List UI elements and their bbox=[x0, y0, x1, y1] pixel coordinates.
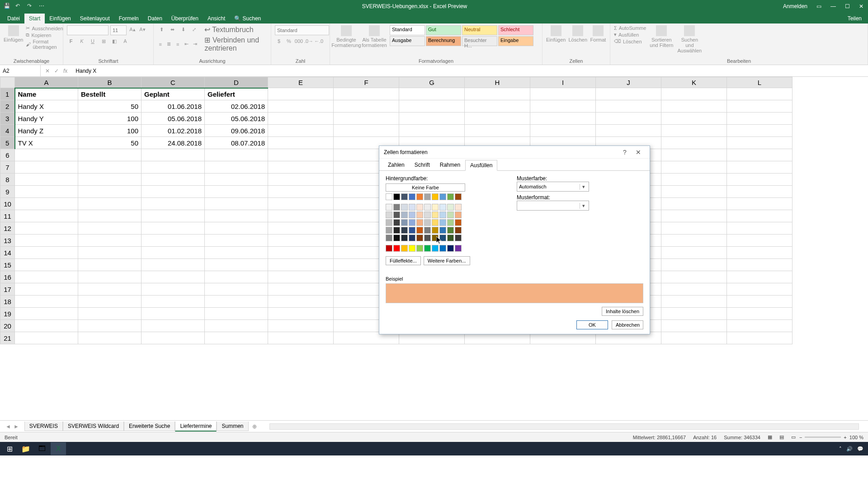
color-swatch[interactable] bbox=[424, 235, 431, 241]
color-swatch[interactable] bbox=[424, 193, 431, 200]
dialog-tab-zahlen[interactable]: Zahlen bbox=[383, 160, 410, 170]
color-swatch[interactable] bbox=[432, 204, 439, 211]
color-swatch[interactable] bbox=[447, 245, 454, 252]
color-swatch[interactable] bbox=[386, 211, 392, 218]
color-swatch[interactable] bbox=[439, 235, 446, 241]
fill-effects-button[interactable]: Fülleffekte... bbox=[386, 256, 421, 265]
color-swatch[interactable] bbox=[416, 211, 423, 218]
ok-button[interactable]: OK bbox=[576, 320, 608, 329]
dialog-title: Zellen formatieren bbox=[384, 149, 618, 155]
color-swatch[interactable] bbox=[432, 211, 439, 218]
color-swatch[interactable] bbox=[447, 227, 454, 234]
color-swatch[interactable] bbox=[386, 193, 392, 200]
modal-overlay: Zellen formatieren ? ✕ Zahlen Schrift Ra… bbox=[0, 0, 868, 488]
color-swatch[interactable] bbox=[416, 245, 423, 252]
color-swatch[interactable] bbox=[432, 227, 439, 234]
color-swatch[interactable] bbox=[416, 219, 423, 226]
color-swatch[interactable] bbox=[447, 204, 454, 211]
color-swatch[interactable] bbox=[416, 227, 423, 234]
color-swatch[interactable] bbox=[416, 204, 423, 211]
dialog-close-button[interactable]: ✕ bbox=[632, 149, 645, 156]
color-swatch[interactable] bbox=[432, 193, 439, 200]
pattern-style-label: Musterformat: bbox=[517, 194, 607, 201]
color-swatch[interactable] bbox=[386, 235, 392, 241]
color-swatch[interactable] bbox=[401, 211, 408, 218]
no-color-button[interactable]: Keine Farbe bbox=[386, 183, 465, 192]
color-swatch[interactable] bbox=[447, 211, 454, 218]
color-swatch[interactable] bbox=[401, 245, 408, 252]
color-swatch[interactable] bbox=[393, 211, 400, 218]
pattern-color-label: Musterfarbe: bbox=[517, 175, 607, 182]
dialog-tab-rahmen[interactable]: Rahmen bbox=[435, 160, 465, 170]
color-swatch[interactable] bbox=[424, 211, 431, 218]
color-swatch[interactable] bbox=[416, 193, 423, 200]
pattern-style-dropdown[interactable]: ▾ bbox=[517, 201, 589, 211]
color-swatch[interactable] bbox=[455, 193, 462, 200]
format-cells-dialog: Zellen formatieren ? ✕ Zahlen Schrift Ra… bbox=[379, 145, 650, 334]
color-swatch[interactable] bbox=[424, 219, 431, 226]
color-swatch[interactable] bbox=[439, 204, 446, 211]
color-swatch[interactable] bbox=[401, 193, 408, 200]
more-colors-button[interactable]: Weitere Farben... bbox=[424, 256, 470, 265]
color-swatch[interactable] bbox=[432, 245, 439, 252]
color-swatch[interactable] bbox=[447, 193, 454, 200]
color-swatch[interactable] bbox=[439, 211, 446, 218]
color-swatch[interactable] bbox=[432, 219, 439, 226]
color-swatch[interactable] bbox=[409, 245, 415, 252]
color-swatch[interactable] bbox=[455, 227, 462, 234]
color-swatch[interactable] bbox=[455, 211, 462, 218]
color-swatch[interactable] bbox=[424, 245, 431, 252]
dialog-help-button[interactable]: ? bbox=[618, 149, 632, 156]
color-swatch[interactable] bbox=[455, 219, 462, 226]
color-swatch[interactable] bbox=[439, 193, 446, 200]
color-swatch[interactable] bbox=[393, 204, 400, 211]
color-swatch[interactable] bbox=[455, 245, 462, 252]
color-swatch[interactable] bbox=[401, 227, 408, 234]
color-swatch[interactable] bbox=[386, 245, 392, 252]
color-swatch[interactable] bbox=[401, 219, 408, 226]
color-swatch[interactable] bbox=[386, 219, 392, 226]
color-swatch[interactable] bbox=[393, 245, 400, 252]
color-swatch[interactable] bbox=[393, 235, 400, 241]
color-swatch[interactable] bbox=[439, 245, 446, 252]
color-palette bbox=[386, 193, 503, 252]
color-swatch[interactable] bbox=[424, 204, 431, 211]
chevron-down-icon: ▾ bbox=[580, 203, 587, 209]
color-swatch[interactable] bbox=[393, 193, 400, 200]
color-swatch[interactable] bbox=[393, 219, 400, 226]
color-swatch[interactable] bbox=[386, 227, 392, 234]
color-swatch[interactable] bbox=[386, 204, 392, 211]
color-swatch[interactable] bbox=[393, 227, 400, 234]
cancel-button[interactable]: Abbrechen bbox=[612, 320, 643, 329]
color-swatch[interactable] bbox=[401, 235, 408, 241]
color-swatch[interactable] bbox=[439, 219, 446, 226]
dialog-tab-schrift[interactable]: Schrift bbox=[410, 160, 435, 170]
sample-preview bbox=[386, 283, 643, 303]
color-swatch[interactable] bbox=[409, 193, 415, 200]
color-swatch[interactable] bbox=[455, 235, 462, 241]
color-swatch[interactable] bbox=[401, 204, 408, 211]
color-swatch[interactable] bbox=[416, 235, 423, 241]
color-swatch[interactable] bbox=[409, 211, 415, 218]
color-swatch[interactable] bbox=[409, 204, 415, 211]
chevron-down-icon: ▾ bbox=[580, 184, 587, 190]
color-swatch[interactable] bbox=[409, 227, 415, 234]
color-swatch[interactable] bbox=[447, 235, 454, 241]
sample-label: Beispiel bbox=[386, 276, 643, 282]
color-swatch[interactable] bbox=[409, 235, 415, 241]
color-swatch[interactable] bbox=[439, 227, 446, 234]
bgcolor-label: Hintergrundfarbe: bbox=[386, 175, 503, 182]
color-swatch[interactable] bbox=[455, 204, 462, 211]
clear-content-button[interactable]: Inhalte löschen bbox=[602, 307, 643, 316]
color-swatch[interactable] bbox=[424, 227, 431, 234]
color-swatch[interactable] bbox=[409, 219, 415, 226]
pattern-color-dropdown[interactable]: Automatisch▾ bbox=[517, 182, 589, 192]
color-swatch[interactable] bbox=[447, 219, 454, 226]
dialog-tab-ausfuellen[interactable]: Ausfüllen bbox=[465, 160, 497, 171]
color-swatch[interactable] bbox=[432, 235, 439, 241]
